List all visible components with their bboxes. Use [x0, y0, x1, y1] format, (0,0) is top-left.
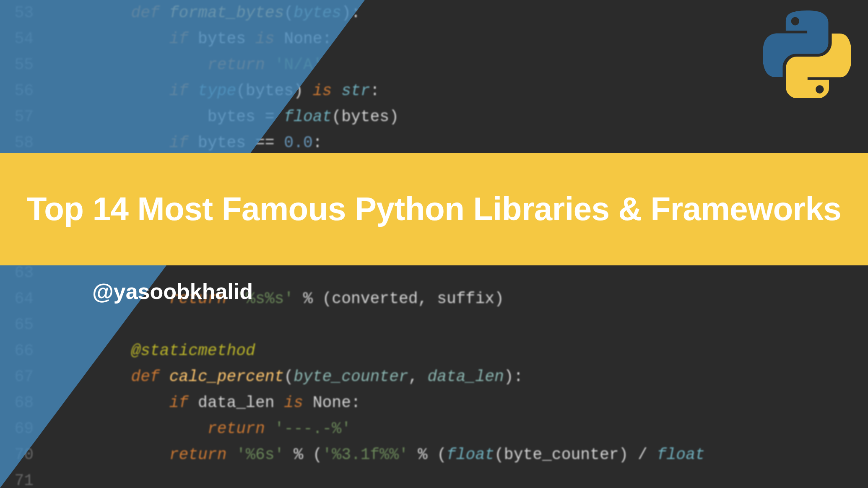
code-line: 68 if data_len is None:: [0, 390, 868, 416]
code-line: 65: [0, 312, 868, 338]
page-title: Top 14 Most Famous Python Libraries & Fr…: [27, 189, 841, 230]
code-line: 71: [0, 468, 868, 488]
code-line: 69 return '---.-%': [0, 416, 868, 442]
title-banner: Top 14 Most Famous Python Libraries & Fr…: [0, 153, 868, 265]
code-line: 70 return '%6s' % ('%3.1f%%' % (float(by…: [0, 442, 868, 468]
python-logo-icon: [763, 10, 851, 99]
code-line: 67 def calc_percent(byte_counter, data_l…: [0, 364, 868, 390]
code-line: 66 @staticmethod: [0, 338, 868, 364]
author-handle: @yasoobkhalid: [92, 279, 253, 304]
